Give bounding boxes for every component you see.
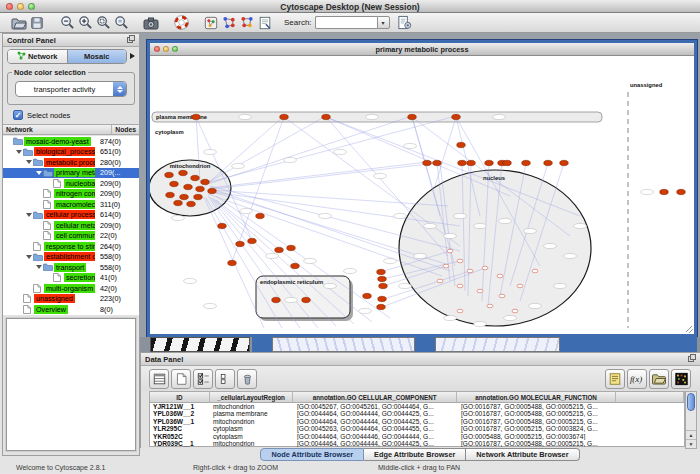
node-label-bubble[interactable]	[574, 223, 587, 228]
network-node-unselected[interactable]	[447, 249, 453, 253]
network-edge[interactable]	[210, 190, 448, 206]
network-node-unselected[interactable]	[497, 274, 503, 278]
node-color-dropdown[interactable]: transporter activity	[15, 81, 127, 97]
node-label-bubble[interactable]	[232, 163, 245, 168]
network-node[interactable]	[485, 160, 494, 165]
node-label-bubble[interactable]	[204, 303, 217, 308]
column-header[interactable]: ID	[150, 392, 210, 402]
network-node[interactable]	[228, 260, 237, 265]
node-label-bubble[interactable]	[266, 253, 279, 258]
network-node-unselected[interactable]	[437, 279, 443, 283]
network-node[interactable]	[423, 160, 432, 165]
float-panel-icon[interactable]	[688, 354, 696, 364]
network-node[interactable]	[408, 114, 417, 119]
node-label-bubble[interactable]	[544, 243, 557, 248]
expand-collapse-networks-icon[interactable]	[238, 14, 256, 32]
network-node-unselected[interactable]	[457, 259, 463, 263]
select-attributes-button[interactable]	[193, 369, 213, 389]
network-node[interactable]	[467, 160, 476, 165]
network-window-titlebar[interactable]: primary metabolic process	[150, 43, 694, 56]
network-node[interactable]	[378, 276, 387, 281]
network-tree-row[interactable]: metabolic process280(0)	[3, 157, 139, 168]
column-header[interactable]: _cellularLayoutRegion	[210, 392, 294, 402]
network-node[interactable]	[184, 184, 193, 189]
node-label-bubble[interactable]	[184, 278, 197, 283]
network-tree-row[interactable]: nucleobase-209(0)	[3, 178, 139, 189]
network-node[interactable]	[377, 269, 386, 274]
network-node[interactable]	[165, 172, 174, 177]
table-row[interactable]: YPL036W__2plasma membrane[GO:0044464, GO…	[150, 410, 684, 417]
network-tree-row[interactable]: macromolecule311(0)	[3, 199, 139, 210]
tab-network-attribute-browser[interactable]: Network Attribute Browser	[466, 448, 579, 461]
resize-grip-icon[interactable]	[686, 326, 693, 333]
table-row[interactable]: YPL036W__1mitochondrion[GO:0044464, GO:0…	[150, 418, 684, 425]
background-windows-strip[interactable]	[140, 337, 700, 352]
node-label-bubble[interactable]	[474, 223, 487, 228]
network-tree-row[interactable]: response to stimulu264(0)	[3, 241, 139, 252]
network-node[interactable]	[275, 247, 284, 252]
node-label-bubble[interactable]	[641, 189, 654, 194]
network-node-unselected[interactable]	[512, 309, 518, 313]
table-row[interactable]: YLR295Ccytoplasm[GO:0045263, GO:0044464,…	[150, 425, 684, 432]
scrollbar-thumb[interactable]	[687, 393, 695, 411]
node-label-bubble[interactable]	[374, 173, 387, 178]
zoom-fit-icon[interactable]	[112, 14, 130, 32]
node-label-bubble[interactable]	[454, 213, 467, 218]
network-node[interactable]	[208, 188, 217, 193]
network-tree-row[interactable]: cellular process614(0)	[3, 210, 139, 221]
network-node[interactable]	[272, 297, 281, 302]
tree-expand-arrow-icon[interactable]	[25, 213, 33, 217]
tab-edge-attribute-browser[interactable]: Edge Attribute Browser	[364, 448, 466, 461]
background-window-thumbnail[interactable]	[272, 337, 415, 352]
network-tree-row[interactable]: secretion41(0)	[3, 273, 139, 284]
attribute-table[interactable]: ID_cellularLayoutRegionannotation.GO CEL…	[149, 391, 685, 447]
delete-attribute-button[interactable]	[237, 369, 257, 389]
network-node[interactable]	[433, 160, 442, 165]
table-row[interactable]: YJR121W__1mitochondrion[GO:0045267, GO:0…	[150, 403, 684, 410]
network-node[interactable]	[187, 201, 196, 206]
node-label-bubble[interactable]	[444, 233, 457, 238]
network-node[interactable]	[248, 238, 257, 243]
network-node[interactable]	[218, 223, 227, 228]
network-node[interactable]	[302, 297, 311, 302]
network-node[interactable]	[363, 293, 372, 298]
nucleus-region[interactable]	[399, 170, 591, 326]
help-lifesaver-icon[interactable]	[172, 14, 190, 32]
save-session-icon[interactable]	[28, 14, 46, 32]
network-edge[interactable]	[212, 163, 437, 189]
network-node[interactable]	[180, 194, 189, 199]
network-view-window[interactable]: primary metabolic process plasma membran…	[147, 40, 697, 337]
network-tree-row[interactable]: cell communicat22(0)	[3, 231, 139, 242]
network-node[interactable]	[191, 175, 200, 180]
network-node[interactable]	[322, 114, 331, 119]
new-attribute-button[interactable]	[171, 369, 191, 389]
network-node[interactable]	[503, 160, 512, 165]
network-node[interactable]	[377, 304, 386, 309]
node-label-bubble[interactable]	[204, 149, 217, 154]
network-node[interactable]	[280, 114, 289, 119]
network-node[interactable]	[452, 114, 461, 119]
network-node[interactable]	[291, 263, 300, 268]
node-label-bubble[interactable]	[554, 283, 567, 288]
tree-column-network[interactable]: Network	[3, 125, 112, 134]
network-edge[interactable]	[326, 117, 510, 196]
node-label-bubble[interactable]	[319, 213, 332, 218]
node-label-bubble[interactable]	[529, 303, 542, 308]
scroll-up-arrow[interactable]: ▲	[686, 430, 696, 439]
table-row[interactable]: YDR039C__1mitochondrion[GO:0044464, GO:0…	[150, 440, 684, 447]
tree-expand-arrow-icon[interactable]	[25, 255, 33, 259]
background-window-thumbnail[interactable]	[150, 337, 250, 352]
tree-expand-arrow-icon[interactable]	[35, 265, 43, 269]
node-label-bubble[interactable]	[172, 215, 185, 220]
network-node[interactable]	[544, 160, 553, 165]
node-label-bubble[interactable]	[344, 268, 357, 273]
import-attributes-button[interactable]	[649, 369, 669, 389]
network-tree-row[interactable]: nitrogen compo209(0)	[3, 189, 139, 200]
zoom-in-icon[interactable]	[76, 14, 94, 32]
network-node[interactable]	[458, 160, 467, 165]
node-label-bubble[interactable]	[444, 315, 457, 320]
float-panel-icon[interactable]	[127, 35, 135, 45]
network-node[interactable]	[192, 114, 201, 119]
network-node[interactable]	[196, 186, 205, 191]
network-node-unselected[interactable]	[517, 284, 523, 288]
